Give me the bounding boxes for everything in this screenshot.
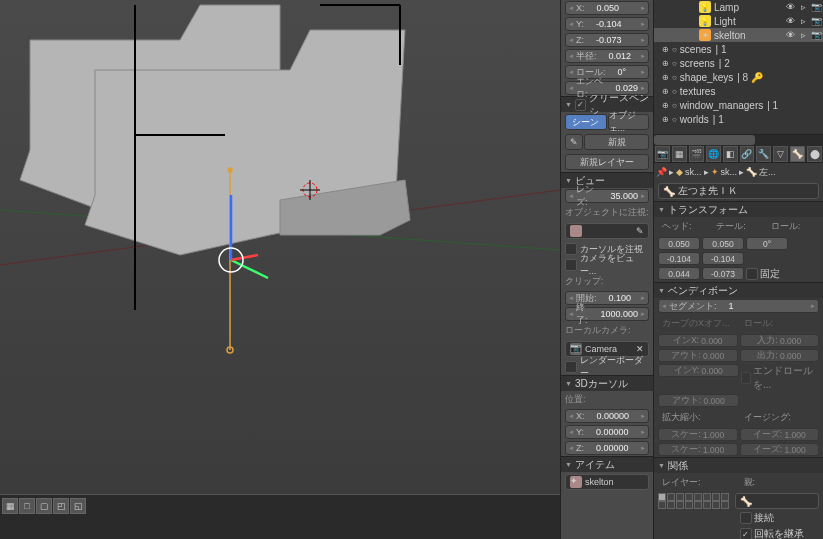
endroll-check[interactable] xyxy=(741,372,751,384)
clip-end[interactable]: 終了:1000.000 xyxy=(565,307,649,321)
lock-lbl: 固定 xyxy=(760,267,780,281)
pencil-icon[interactable]: ✎ xyxy=(565,134,583,150)
eye-icon[interactable]: 👁 xyxy=(784,15,796,27)
lock-cursor-check[interactable] xyxy=(565,243,577,255)
footer-icon-1[interactable]: ▦ xyxy=(2,498,18,514)
bendy-header[interactable]: ベンディボーン xyxy=(654,282,823,298)
footer-icon-2[interactable]: □ xyxy=(19,498,35,514)
render-icon[interactable]: 📷 xyxy=(810,1,822,13)
tab-bone[interactable]: 🦴 xyxy=(790,146,805,162)
footer-icon-5[interactable]: ◱ xyxy=(70,498,86,514)
connected-check[interactable] xyxy=(740,512,752,524)
3d-viewport[interactable]: ▦ □ ▢ ◰ ◱ xyxy=(0,0,560,539)
in-roll[interactable]: 入力: 0.000 xyxy=(740,334,820,347)
tail-z[interactable]: -0.073 xyxy=(702,267,744,280)
cursor-icon[interactable]: ▹ xyxy=(797,1,809,13)
relations-header[interactable]: 関係 xyxy=(654,457,823,473)
outliner-item[interactable]: ✦skelton👁▹📷 xyxy=(654,28,823,42)
item-name-field[interactable]: ✦skelton xyxy=(565,474,649,490)
lens[interactable]: レンズ:35.000 xyxy=(565,189,649,203)
outliner-category[interactable]: ⊕○window_managers| 1 xyxy=(654,98,823,112)
tail-x[interactable]: 0.050 xyxy=(702,237,744,250)
timeline-footer: ▦ □ ▢ ◰ ◱ xyxy=(0,494,560,539)
eye-icon[interactable]: 👁 xyxy=(784,1,796,13)
tab-render[interactable]: 📷 xyxy=(655,146,670,162)
svg-line-10 xyxy=(231,260,268,278)
focus-obj-field[interactable]: ✎ xyxy=(565,223,649,239)
transform-header[interactable]: トランスフォーム xyxy=(654,201,823,217)
gp-newlayer-btn[interactable]: 新規レイヤー xyxy=(565,154,649,170)
head-x[interactable]: 0.050 xyxy=(658,237,700,250)
tab-object[interactable]: ◧ xyxy=(723,146,738,162)
outliner-category[interactable]: ⊕○textures xyxy=(654,84,823,98)
svg-point-8 xyxy=(227,347,233,353)
tab-layers[interactable]: ▦ xyxy=(672,146,687,162)
cursor-z[interactable]: Z:0.00000 xyxy=(565,441,649,455)
in-y[interactable]: インY: 0.000 xyxy=(658,364,739,377)
roll-lbl: ロール: xyxy=(767,218,819,235)
tail-lbl: テール: xyxy=(712,218,764,235)
out-x[interactable]: アウト: 0.000 xyxy=(658,349,738,362)
outliner-scroll[interactable] xyxy=(654,135,823,145)
cursor-y[interactable]: Y:0.00000 xyxy=(565,425,649,439)
lock-camera-check[interactable] xyxy=(565,259,577,271)
n-panel: X:0.050 Y:-0.104 Z:-0.073 半径:0.012 ロール:0… xyxy=(560,0,653,539)
tab-modifier[interactable]: 🔧 xyxy=(756,146,771,162)
ease-in[interactable]: イーズ: 1.000 xyxy=(740,428,820,441)
outliner-category[interactable]: ⊕○worlds| 1 xyxy=(654,112,823,126)
tail-y[interactable]: -0.104 xyxy=(702,252,744,265)
loc-x[interactable]: X:0.050 xyxy=(565,1,649,15)
cursor-x[interactable]: X:0.00000 xyxy=(565,409,649,423)
tab-scene[interactable]: 🎬 xyxy=(689,146,704,162)
segment-field[interactable]: セグメント:1 xyxy=(658,299,819,313)
tab-world[interactable]: 🌐 xyxy=(706,146,721,162)
roll-val[interactable]: 0° xyxy=(746,237,788,250)
loc-z[interactable]: Z:-0.073 xyxy=(565,33,649,47)
envelope[interactable]: エンベロ:0.029 xyxy=(565,81,649,95)
footer-icon-3[interactable]: ▢ xyxy=(36,498,52,514)
in-x[interactable]: インX: 0.000 xyxy=(658,334,738,347)
out-roll[interactable]: 出力: 0.000 xyxy=(740,349,820,362)
cursor-icon[interactable]: ▹ xyxy=(797,29,809,41)
tab-material[interactable]: ⬤ xyxy=(807,146,822,162)
item-header[interactable]: アイテム xyxy=(561,456,653,472)
cursor-icon[interactable]: ▹ xyxy=(797,15,809,27)
gp-new-btn[interactable]: 新規 xyxy=(584,134,649,150)
head-lbl: ヘッド: xyxy=(658,218,710,235)
outliner-category[interactable]: ⊕○shape_keys| 8 🔑 xyxy=(654,70,823,84)
render-icon[interactable]: 📷 xyxy=(810,15,822,27)
focus-obj-lbl: オブジェクトに注視: xyxy=(561,204,653,221)
ease-out[interactable]: イーズ: 1.000 xyxy=(740,443,820,456)
svg-point-13 xyxy=(303,183,317,197)
gp-scene-btn[interactable]: シーン xyxy=(565,114,607,130)
viewport-content xyxy=(0,0,560,495)
pin-icon[interactable]: 📌 xyxy=(656,167,667,177)
radius[interactable]: 半径:0.012 xyxy=(565,49,649,63)
footer-icon-4[interactable]: ◰ xyxy=(53,498,69,514)
layer-boxes-bot[interactable] xyxy=(658,501,733,509)
scale-out[interactable]: スケー: 1.000 xyxy=(658,443,738,456)
view-header[interactable]: ビュー xyxy=(561,172,653,188)
outliner-item[interactable]: 💡Lamp👁▹📷 xyxy=(654,0,823,14)
render-icon[interactable]: 📷 xyxy=(810,29,822,41)
svg-point-7 xyxy=(228,168,232,172)
outliner-category[interactable]: ⊕○screens| 2 xyxy=(654,56,823,70)
outliner-category[interactable]: ⊕○scenes| 1 xyxy=(654,42,823,56)
parent-field[interactable]: 🦴 xyxy=(735,493,820,509)
head-y[interactable]: -0.104 xyxy=(658,252,700,265)
inherit-rot-check[interactable] xyxy=(740,528,752,539)
lock-check[interactable] xyxy=(746,268,758,280)
scale-in[interactable]: スケー: 1.000 xyxy=(658,428,738,441)
gp-obj-btn[interactable]: オブジェ... xyxy=(608,114,650,130)
head-z[interactable]: 0.044 xyxy=(658,267,700,280)
render-border-check[interactable] xyxy=(565,361,577,373)
tab-data[interactable]: ▽ xyxy=(773,146,788,162)
layer-boxes-top[interactable] xyxy=(658,493,733,501)
tab-constraint[interactable]: 🔗 xyxy=(740,146,755,162)
loc-y[interactable]: Y:-0.104 xyxy=(565,17,649,31)
out-y[interactable]: アウト: 0.000 xyxy=(658,394,739,407)
outliner[interactable]: 💡Lamp👁▹📷💡Light👁▹📷✦skelton👁▹📷 ⊕○scenes| 1… xyxy=(654,0,823,135)
bone-name-field[interactable]: 🦴左つま先ＩＫ xyxy=(658,183,819,199)
eye-icon[interactable]: 👁 xyxy=(784,29,796,41)
outliner-item[interactable]: 💡Light👁▹📷 xyxy=(654,14,823,28)
